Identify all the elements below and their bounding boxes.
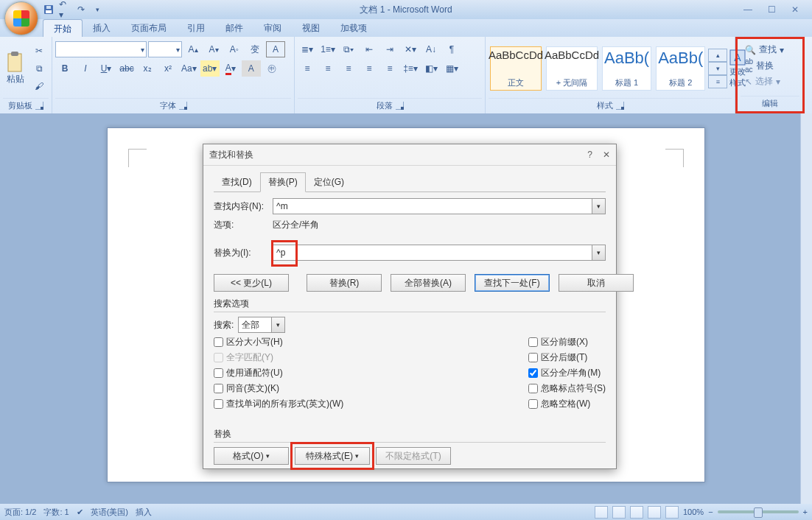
find-button[interactable]: 🔍查找 ▾ (745, 43, 795, 56)
style-normal[interactable]: AaBbCcDd正文 (490, 46, 542, 91)
search-dir-combo[interactable]: 全部▾ (238, 317, 285, 333)
view-print-layout[interactable] (595, 506, 608, 519)
dialog-close-icon[interactable]: ✕ (603, 150, 610, 160)
dlg-tab-find[interactable]: 查找(D) (214, 172, 260, 192)
tab-addin[interactable]: 加载项 (330, 19, 377, 37)
char-shading-button[interactable]: A (242, 60, 261, 77)
view-outline[interactable] (648, 506, 661, 519)
grow-font-icon[interactable]: A▴ (183, 41, 203, 57)
strike-button[interactable]: abc (117, 60, 136, 77)
styles-launcher[interactable] (616, 102, 624, 110)
find-next-button[interactable]: 查找下一处(F) (475, 274, 550, 292)
cut-icon[interactable]: ✂ (29, 43, 49, 59)
replace-all-button[interactable]: 全部替换(A) (391, 274, 466, 292)
highlight-button[interactable]: ab▾ (200, 60, 220, 77)
style-h2[interactable]: AaBb(标题 2 (656, 46, 705, 91)
superscript-button[interactable]: x² (158, 60, 178, 77)
format-painter-icon[interactable]: 🖌 (29, 78, 49, 94)
font-launcher[interactable] (179, 102, 187, 110)
find-input[interactable]: ^m▾ (273, 198, 606, 214)
shrink-font-icon[interactable]: A▾ (204, 41, 223, 57)
view-web[interactable] (630, 506, 643, 519)
distribute-button[interactable]: ≡ (380, 60, 399, 77)
copy-icon[interactable]: ⧉ (29, 60, 49, 77)
proofing-icon[interactable]: ✔ (77, 507, 83, 517)
indent-inc-button[interactable]: ⇥ (380, 41, 399, 57)
status-words[interactable]: 字数: 1 (43, 507, 69, 518)
multilevel-button[interactable]: ⧉▾ (339, 41, 358, 57)
zoom-out-icon[interactable]: − (708, 507, 713, 516)
numbering-button[interactable]: 1≡▾ (318, 41, 337, 57)
shading-button[interactable]: ◧▾ (421, 60, 441, 77)
asian-layout-button[interactable]: ✕▾ (401, 41, 420, 57)
line-spacing-button[interactable]: ‡≡▾ (401, 60, 420, 77)
zoom-value[interactable]: 100% (683, 507, 704, 516)
italic-button[interactable]: I (76, 60, 95, 77)
tab-home[interactable]: 开始 (43, 19, 83, 37)
tab-mail[interactable]: 邮件 (215, 19, 253, 37)
chk-suffix[interactable]: 区分后缀(T) (528, 351, 606, 364)
char-border-icon[interactable]: A (266, 41, 285, 57)
tab-layout[interactable]: 页面布局 (121, 19, 177, 37)
paste-button[interactable]: 粘贴 (3, 43, 28, 94)
dlg-tab-replace[interactable]: 替换(P) (260, 172, 306, 192)
status-mode[interactable]: 插入 (136, 507, 152, 518)
status-lang[interactable]: 英语(美国) (91, 507, 128, 518)
dlg-tab-goto[interactable]: 定位(G) (306, 172, 352, 192)
align-right-button[interactable]: ≡ (339, 60, 358, 77)
zoom-slider[interactable] (718, 510, 799, 513)
chk-case[interactable]: 区分大小写(H) (214, 336, 343, 348)
tab-review[interactable]: 审阅 (253, 19, 292, 37)
format-button[interactable]: 格式(O)▾ (214, 447, 289, 465)
align-left-button[interactable]: ≡ (298, 60, 317, 77)
cancel-button[interactable]: 取消 (559, 274, 634, 292)
indent-dec-button[interactable]: ⇤ (360, 41, 379, 57)
font-name-combo[interactable]: ▾ (55, 41, 147, 57)
tab-ref[interactable]: 引用 (177, 19, 215, 37)
subscript-button[interactable]: x₂ (138, 60, 157, 77)
borders-button[interactable]: ▦▾ (442, 60, 461, 77)
para-launcher[interactable] (396, 102, 404, 110)
underline-button[interactable]: U ▾ (97, 60, 116, 77)
chk-wildcard[interactable]: 使用通配符(U) (214, 367, 343, 379)
search-dir-dropdown-icon[interactable]: ▾ (271, 317, 284, 332)
styles-more[interactable]: ≡ (708, 75, 727, 88)
style-nospacing[interactable]: AaBbCcDd+ 无间隔 (546, 46, 598, 91)
chk-forms[interactable]: 查找单词的所有形式(英文)(W) (214, 398, 343, 410)
change-case-button[interactable]: Aa▾ (179, 60, 199, 77)
font-color-button[interactable]: A▾ (221, 60, 240, 77)
justify-button[interactable]: ≡ (360, 60, 379, 77)
font-size-combo[interactable]: ▾ (148, 41, 182, 57)
view-fullscreen[interactable] (612, 506, 626, 519)
tab-view[interactable]: 视图 (292, 19, 330, 37)
zoom-in-icon[interactable]: + (803, 507, 808, 516)
style-h1[interactable]: AaBb(标题 1 (602, 46, 651, 91)
status-page[interactable]: 页面: 1/2 (4, 507, 36, 518)
dialog-help-icon[interactable]: ? (587, 150, 592, 160)
phonetic-icon[interactable]: 变 (245, 41, 265, 57)
chk-sounds[interactable]: 同音(英文)(K) (214, 382, 343, 395)
clear-format-icon[interactable]: A◦ (225, 41, 244, 57)
sort-button[interactable]: A↓ (421, 41, 441, 57)
show-marks-button[interactable]: ¶ (442, 41, 461, 57)
view-draft[interactable] (665, 506, 679, 519)
styles-scroll-down[interactable]: ▾ (708, 62, 727, 75)
replace-dropdown-icon[interactable]: ▾ (592, 245, 605, 260)
chk-punct[interactable]: 忽略标点符号(S) (528, 382, 606, 395)
select-button[interactable]: ↖选择 ▾ (745, 75, 795, 88)
chk-width[interactable]: 区分全/半角(M) (528, 367, 606, 379)
styles-scroll-up[interactable]: ▴ (708, 49, 727, 62)
tab-insert[interactable]: 插入 (83, 19, 121, 37)
replace-button[interactable]: abac替换 (745, 57, 795, 74)
office-button[interactable] (4, 1, 38, 35)
enclose-button[interactable]: ㊥ (262, 60, 281, 77)
bullets-button[interactable]: ≣▾ (298, 41, 317, 57)
chk-prefix[interactable]: 区分前缀(X) (528, 336, 606, 348)
replace-input[interactable]: ^p ▾ (273, 245, 606, 261)
bold-button[interactable]: B (55, 60, 74, 77)
chk-space[interactable]: 忽略空格(W) (528, 398, 606, 410)
find-dropdown-icon[interactable]: ▾ (592, 199, 605, 214)
vertical-scrollbar[interactable] (800, 113, 812, 504)
align-center-button[interactable]: ≡ (318, 60, 337, 77)
less-button[interactable]: << 更少(L) (214, 274, 289, 292)
